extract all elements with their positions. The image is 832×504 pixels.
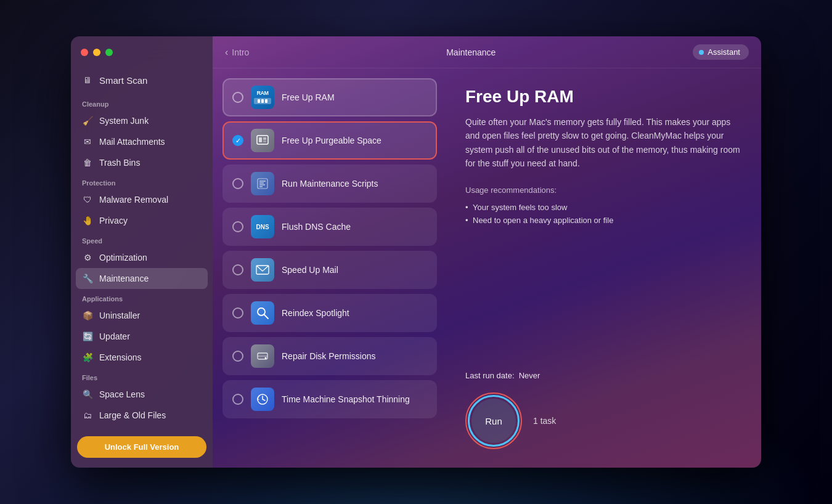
- task-icon-spotlight: [251, 301, 274, 325]
- optimization-label: Optimization: [99, 253, 147, 262]
- task-item-free-up-purgeable[interactable]: Free Up Purgeable Space: [222, 121, 437, 160]
- lens-icon: 🔍: [82, 389, 93, 400]
- sidebar-item-privacy[interactable]: 🤚 Privacy: [76, 210, 208, 231]
- applications-section-label: Applications: [76, 289, 208, 305]
- hand-icon: 🤚: [82, 215, 93, 226]
- sidebar-item-malware-removal[interactable]: 🛡 Malware Removal: [76, 189, 208, 210]
- shield-icon: 🛡: [82, 194, 93, 205]
- sidebar-item-smart-scan[interactable]: 🖥 Smart Scan: [76, 68, 208, 92]
- sidebar-item-updater[interactable]: 🔄 Updater: [76, 326, 208, 347]
- detail-footer: Last run date: Never Run 1 task: [465, 359, 743, 449]
- usage-item-2: Need to open a heavy application or file: [465, 214, 743, 227]
- run-area: Run 1 task: [465, 392, 743, 449]
- refresh-icon: 🔄: [82, 331, 93, 342]
- reindex-spotlight-label: Reindex Spotlight: [282, 308, 349, 318]
- task-radio-free-up-purgeable[interactable]: [232, 135, 243, 146]
- task-item-free-up-ram[interactable]: RAM Free Up RAM: [222, 78, 437, 116]
- maximize-button[interactable]: [105, 49, 113, 56]
- mail-attachments-label: Mail Attachments: [99, 137, 165, 147]
- unlock-full-version-button[interactable]: Unlock Full Version: [77, 436, 206, 458]
- svg-point-14: [265, 357, 267, 359]
- detail-panel: Free Up RAM Quite often your Mac's memor…: [447, 68, 761, 468]
- task-icon-mail: [251, 258, 274, 282]
- task-radio-reindex-spotlight[interactable]: [232, 307, 243, 319]
- sliders-icon: ⚙: [82, 252, 93, 263]
- content-area: RAM Free Up RAM: [213, 68, 761, 468]
- sidebar-item-large-old-files[interactable]: 🗂 Large & Old Files: [76, 405, 208, 426]
- puzzle-icon: 🧩: [82, 352, 93, 363]
- last-run-label: Last run date:: [465, 371, 515, 380]
- app-window: 🖥 Smart Scan Cleanup 🧹 System Junk ✉ Mai…: [71, 36, 761, 468]
- assistant-button[interactable]: Assistant: [693, 44, 749, 60]
- time-machine-label: Time Machine Snapshot Thinning: [282, 394, 410, 404]
- sidebar-content: 🖥 Smart Scan Cleanup 🧹 System Junk ✉ Mai…: [71, 68, 213, 429]
- back-arrow-icon: ‹: [225, 47, 228, 58]
- usage-recommendations: Usage recommendations: Your system feels…: [465, 185, 743, 227]
- task-radio-free-up-ram[interactable]: [232, 92, 243, 103]
- task-radio-maintenance-scripts[interactable]: [232, 178, 243, 189]
- privacy-label: Privacy: [99, 216, 128, 226]
- speed-section-label: Speed: [76, 231, 208, 247]
- task-radio-flush-dns[interactable]: [232, 221, 243, 232]
- task-icon-scripts: [251, 172, 274, 195]
- broom-icon: 🧹: [82, 115, 93, 126]
- svg-rect-4: [258, 179, 267, 189]
- task-radio-time-machine[interactable]: [232, 394, 243, 405]
- smart-scan-label: Smart Scan: [99, 75, 147, 86]
- detail-title: Free Up RAM: [465, 87, 743, 107]
- flush-dns-label: Flush DNS Cache: [282, 222, 351, 232]
- mail-icon: ✉: [82, 136, 93, 147]
- task-item-speed-up-mail[interactable]: Speed Up Mail: [222, 251, 437, 289]
- system-junk-label: System Junk: [99, 116, 149, 126]
- task-item-reindex-spotlight[interactable]: Reindex Spotlight: [222, 294, 437, 332]
- svg-rect-1: [259, 137, 262, 142]
- run-button-outer: Run: [465, 392, 522, 449]
- sidebar-item-system-junk[interactable]: 🧹 System Junk: [76, 110, 208, 131]
- sidebar-item-optimization[interactable]: ⚙ Optimization: [76, 247, 208, 268]
- maintenance-label: Maintenance: [99, 274, 149, 283]
- sidebar-item-uninstaller[interactable]: 📦 Uninstaller: [76, 305, 208, 326]
- file-icon: 🗂: [82, 410, 93, 421]
- repair-disk-label: Repair Disk Permissions: [282, 351, 375, 361]
- sidebar-item-space-lens[interactable]: 🔍 Space Lens: [76, 384, 208, 405]
- assistant-dot-icon: [699, 50, 704, 55]
- task-item-maintenance-scripts[interactable]: Run Maintenance Scripts: [222, 165, 437, 203]
- breadcrumb-intro[interactable]: Intro: [232, 47, 249, 57]
- usage-item-1: Your system feels too slow: [465, 201, 743, 214]
- main-area: ‹ Intro Maintenance Assistant: [213, 36, 761, 468]
- run-button[interactable]: Run: [471, 399, 516, 443]
- box-icon: 📦: [82, 310, 93, 321]
- wrench-icon: 🔧: [82, 273, 93, 284]
- protection-section-label: Protection: [76, 173, 208, 189]
- last-run-info: Last run date: Never: [465, 371, 743, 380]
- task-item-repair-disk[interactable]: Repair Disk Permissions: [222, 337, 437, 375]
- task-icon-timemachine: [251, 388, 274, 411]
- task-radio-speed-up-mail[interactable]: [232, 264, 243, 275]
- task-icon-dns: DNS: [251, 215, 274, 238]
- close-button[interactable]: [81, 49, 88, 56]
- usage-list: Your system feels too slow Need to open …: [465, 201, 743, 227]
- extensions-label: Extensions: [99, 352, 141, 362]
- task-count: 1 task: [533, 416, 556, 426]
- uninstaller-label: Uninstaller: [99, 311, 140, 320]
- sidebar-item-trash-bins[interactable]: 🗑 Trash Bins: [76, 152, 208, 173]
- last-run-value: Never: [519, 371, 540, 380]
- task-item-time-machine[interactable]: Time Machine Snapshot Thinning: [222, 380, 437, 418]
- trash-icon: 🗑: [82, 157, 93, 168]
- sidebar-item-maintenance[interactable]: 🔧 Maintenance: [76, 268, 208, 289]
- sidebar-item-mail-attachments[interactable]: ✉ Mail Attachments: [76, 131, 208, 152]
- detail-description: Quite often your Mac's memory gets fully…: [465, 115, 743, 171]
- run-button-wrap: Run: [468, 395, 520, 447]
- page-title: Maintenance: [446, 47, 496, 57]
- task-item-flush-dns[interactable]: DNS Flush DNS Cache: [222, 208, 437, 246]
- free-up-ram-label: Free Up RAM: [282, 92, 335, 102]
- svg-line-11: [264, 315, 269, 319]
- monitor-icon: 🖥: [82, 75, 93, 86]
- task-icon-disk: [251, 344, 274, 368]
- malware-removal-label: Malware Removal: [99, 195, 168, 205]
- task-radio-repair-disk[interactable]: [232, 351, 243, 362]
- cleanup-section-label: Cleanup: [76, 94, 208, 110]
- sidebar-item-extensions[interactable]: 🧩 Extensions: [76, 347, 208, 368]
- updater-label: Updater: [99, 331, 130, 341]
- minimize-button[interactable]: [93, 49, 100, 56]
